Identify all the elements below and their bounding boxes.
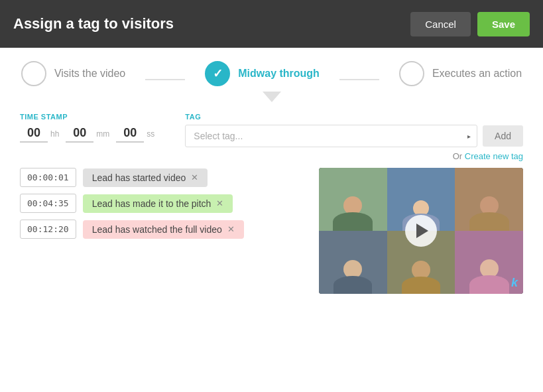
step-visits-label: Visits the video	[54, 68, 125, 80]
step-action-circle	[399, 61, 424, 86]
step-midway-label: Midway through	[238, 68, 320, 80]
time-inputs: hh mm ss	[20, 125, 158, 143]
tag-pill-label-2: Lead has watched the full video	[92, 224, 222, 235]
time-hh-input[interactable]	[20, 125, 48, 143]
play-button[interactable]	[405, 215, 437, 247]
tag-pill-label-1: Lead has made it to the pitch	[92, 198, 211, 209]
tag-row-1: 00:04:35 Lead has made it to the pitch ✕	[20, 194, 306, 213]
add-button[interactable]: Add	[483, 125, 523, 147]
steps-row: Visits the video ✓ Midway through Execut…	[20, 61, 523, 86]
cancel-button[interactable]: Cancel	[410, 12, 471, 36]
video-cell-4	[319, 231, 387, 294]
person-3	[455, 168, 523, 231]
tag-select[interactable]: Select tag...	[185, 125, 477, 147]
content-row: 00:00:01 Lead has started video ✕ 00:04:…	[20, 168, 523, 294]
person-body-3	[469, 212, 509, 231]
person-1	[319, 168, 387, 231]
dialog-title: Assign a tag to visitors	[13, 15, 174, 33]
save-button[interactable]: Save	[477, 12, 530, 36]
form-row: TIME STAMP hh mm ss TAG Select tag... ▸ …	[20, 113, 523, 161]
tag-row-0: 00:00:01 Lead has started video ✕	[20, 168, 306, 187]
tag-select-wrapper: Select tag... ▸	[185, 125, 477, 147]
step-action-label: Executes an action	[432, 68, 522, 80]
dialog-header: Assign a tag to visitors Cancel Save	[0, 0, 543, 48]
tag-label: TAG	[185, 113, 523, 121]
hh-unit: hh	[50, 129, 59, 139]
step-action[interactable]: Executes an action	[399, 61, 522, 86]
video-thumbnail[interactable]: k	[319, 168, 523, 294]
create-prefix: Or	[453, 151, 462, 161]
tag-section: TAG Select tag... ▸ Add Or Create new ta…	[185, 113, 523, 161]
tag-row-2: 00:12:20 Lead has watched the full video…	[20, 220, 306, 239]
tag-pill-2: Lead has watched the full video ✕	[83, 220, 244, 239]
tag-pill-label-0: Lead has started video	[92, 172, 186, 183]
person-4	[319, 231, 387, 294]
time-ss-input[interactable]	[116, 125, 144, 143]
tag-pill-remove-1[interactable]: ✕	[216, 198, 223, 208]
person-body-5	[402, 277, 440, 294]
step-visits[interactable]: Visits the video	[21, 61, 125, 86]
play-icon	[416, 224, 428, 238]
video-cell-3	[455, 168, 523, 231]
step-midway[interactable]: ✓ Midway through	[205, 61, 320, 86]
step-arrow-down	[263, 92, 281, 102]
create-new-tag-link[interactable]: Create new tag	[465, 151, 523, 161]
timestamp-badge-0: 00:00:01	[20, 168, 76, 187]
tag-input-row: Select tag... ▸ Add	[185, 125, 523, 147]
video-brand-logo: k	[511, 276, 518, 290]
mm-unit: mm	[96, 129, 109, 139]
ss-unit: ss	[147, 129, 154, 139]
timestamp-badge-2: 00:12:20	[20, 220, 76, 239]
main-content: Visits the video ✓ Midway through Execut…	[0, 48, 543, 392]
checkmark-icon: ✓	[213, 66, 223, 81]
person-body-1	[333, 212, 373, 231]
step-midway-circle: ✓	[205, 61, 230, 86]
video-cell-1	[319, 168, 387, 231]
timestamp-section: TIME STAMP hh mm ss	[20, 113, 158, 161]
step-divider-2	[339, 79, 379, 80]
tags-list: 00:00:01 Lead has started video ✕ 00:04:…	[20, 168, 306, 294]
step-visits-circle	[21, 61, 46, 86]
person-body-4	[333, 276, 372, 294]
time-mm-input[interactable]	[66, 125, 93, 143]
create-tag-row: Or Create new tag	[453, 151, 523, 161]
tag-pill-1: Lead has made it to the pitch ✕	[83, 194, 233, 213]
tag-pill-remove-0[interactable]: ✕	[191, 172, 198, 182]
step-divider-1	[145, 79, 185, 80]
timestamp-badge-1: 00:04:35	[20, 194, 76, 213]
tag-pill-0: Lead has started video ✕	[83, 168, 208, 187]
timestamp-label: TIME STAMP	[20, 113, 158, 121]
step-arrow-row	[20, 90, 523, 102]
tag-pill-remove-2[interactable]: ✕	[227, 224, 235, 234]
person-body-6	[469, 275, 509, 294]
header-buttons: Cancel Save	[410, 12, 530, 36]
